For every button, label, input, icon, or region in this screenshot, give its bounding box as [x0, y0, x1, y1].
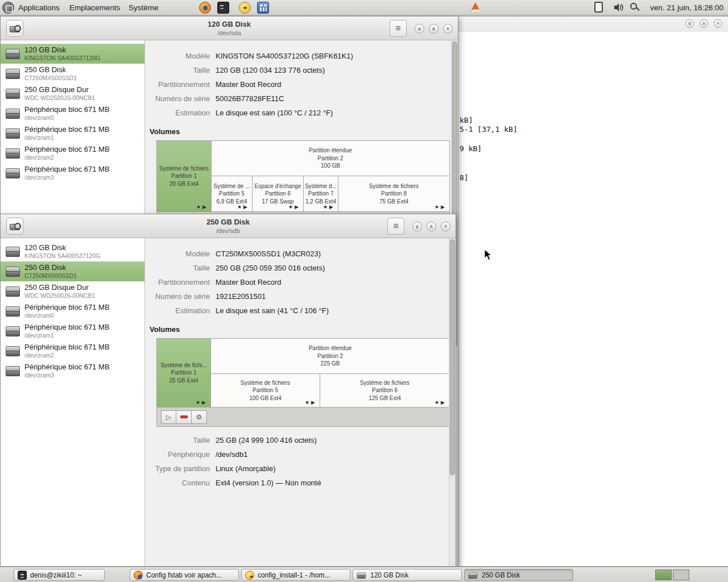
calculator-launcher-icon[interactable]: [257, 2, 269, 14]
titlebar[interactable]: 120 GB Disk /dev/sda ≡ ∨ ∧ ×: [1, 16, 458, 40]
volume-tray-icon[interactable]: [613, 2, 625, 14]
close-button[interactable]: ×: [443, 24, 453, 34]
info-label: Modèle: [145, 249, 210, 259]
partition-block-extended[interactable]: Partition étendue Partition 2 225 GB: [211, 339, 449, 374]
subtitle-text: /dev/sdb: [69, 227, 387, 234]
log-text-fragment: kB]: [460, 116, 473, 124]
info-value: Le disque est sain (41 °C / 106 °F): [216, 306, 329, 316]
workspace-2[interactable]: [673, 569, 689, 580]
taskbar-item-editor[interactable]: config_install-1 - /hom...: [241, 569, 350, 581]
play-icon: ▶: [295, 204, 300, 210]
volumes-map: Système de fichiers Partition 1 20 GB Ex…: [156, 140, 450, 212]
info-label: Estimation: [145, 108, 210, 118]
partition-block-5[interactable]: Système de fichiers Partition 5 100 GB E…: [211, 374, 320, 407]
info-value: KINGSTON SA400S37120G (SBFK61K1): [216, 51, 353, 61]
partition-fs: Système de fichiers: [338, 182, 449, 190]
firefox-launcher-icon[interactable]: [199, 2, 211, 14]
partition-block-6[interactable]: Espace d'échange Partition 6 17 GB Swap …: [253, 176, 304, 211]
taskbar-item-terminal[interactable]: denis@zikiii10: ~: [14, 569, 105, 581]
partition-block-5[interactable]: Système de ... Partition 5 6,9 GB Ext4 ★…: [212, 176, 253, 211]
window-title: 120 GB Disk /dev/sda: [69, 20, 390, 36]
notification-tray-icon[interactable]: [594, 2, 603, 13]
partition-block-1[interactable]: Système de fichiers Partition 1 20 GB Ex…: [157, 141, 212, 211]
info-value: Master Boot Record: [216, 80, 282, 90]
sidebar-item-zram3[interactable]: Périphérique bloc 671 MB /dev/zram3: [1, 361, 144, 381]
partition-name: Partition 2: [211, 352, 449, 360]
sidebar-item-disk-sdb[interactable]: 250 GB Disk CT250MX500SSD1: [1, 261, 144, 281]
maximize-button[interactable]: ∧: [700, 19, 708, 28]
vlc-tray-icon[interactable]: [471, 2, 480, 11]
menu-emplacements[interactable]: Emplacements: [64, 0, 125, 15]
search-tray-icon[interactable]: [630, 3, 637, 10]
mount-volume-button[interactable]: ▷: [161, 410, 176, 424]
info-label: Taille: [145, 65, 210, 76]
minimize-button[interactable]: ∨: [685, 19, 694, 28]
scrollbar[interactable]: [449, 238, 456, 566]
taskbar-item-disk-120[interactable]: 120 GB Disk: [353, 569, 462, 581]
partition-block-7[interactable]: Système d... Partition 7 1,2 GB Ext4 ★▶: [304, 176, 338, 211]
partition-name: Partition 8: [338, 190, 449, 198]
disk-image-button[interactable]: [6, 20, 23, 37]
partition-block-extended[interactable]: Partition étendue Partition 2 100 GB: [212, 141, 449, 176]
workspace-1[interactable]: [655, 569, 672, 580]
device-subtitle: /dev/zram0: [24, 114, 142, 121]
sidebar-item-disk-sdc[interactable]: 250 GB Disque Dur WDC WD2500JS-00NCB1: [1, 84, 144, 103]
menu-applications[interactable]: Applications: [13, 0, 65, 15]
partition-size: 25 GB Ext4: [157, 377, 210, 385]
disk-image-button[interactable]: [6, 218, 23, 235]
log-text-fragment: 5-1 [37,1 kB]: [460, 125, 518, 134]
titlebar[interactable]: 250 GB Disk /dev/sdb ≡ ∨ ∧ ×: [1, 214, 456, 238]
drive-icon: [5, 88, 20, 98]
partition-name: Partition 5: [212, 190, 252, 198]
drive-icon: [357, 572, 366, 578]
close-button[interactable]: ×: [714, 19, 722, 28]
partition-block-8[interactable]: Système de fichiers Partition 8 75 GB Ex…: [338, 176, 449, 211]
taskbar-item-firefox[interactable]: Config fstab voir apach...: [130, 569, 239, 581]
editor-launcher-icon[interactable]: [239, 2, 251, 14]
sidebar-item-zram0[interactable]: Périphérique bloc 671 MB /dev/zram0: [1, 103, 144, 123]
sidebar-item-zram1[interactable]: Périphérique bloc 671 MB /dev/zram1: [1, 321, 144, 341]
title-text: 250 GB Disk: [69, 218, 387, 226]
terminal-launcher-icon[interactable]: [217, 2, 229, 14]
detail-row: Type de partitionLinux (Amorçable): [145, 464, 449, 474]
app-menu-button[interactable]: ≡: [387, 218, 404, 235]
volume-toolbar: ▷ ⚙: [156, 408, 449, 427]
background-window[interactable]: ∨ ∧ × kB] 5-1 [37,1 kB] 9 kB] 8]: [457, 16, 728, 567]
partition-options-button[interactable]: ⚙: [192, 410, 207, 424]
mouse-cursor: [484, 249, 493, 263]
close-button[interactable]: ×: [441, 222, 450, 231]
clock-applet[interactable]: ven. 21 juin, 16:26:00: [650, 0, 723, 15]
partition-block-6[interactable]: Système de fichiers Partition 6 125 GB E…: [320, 374, 449, 407]
mint-menu-icon[interactable]: [2, 2, 14, 14]
partition-block-1-selected[interactable]: Système de fichi... Partition 1 25 GB Ex…: [157, 339, 211, 407]
device-title: Périphérique bloc 671 MB: [24, 165, 142, 173]
background-window-titlebar[interactable]: ∨ ∧ ×: [458, 16, 728, 32]
play-icon: ▶: [243, 204, 249, 210]
menu-systeme[interactable]: Système: [123, 0, 164, 15]
sidebar-item-zram3[interactable]: Périphérique bloc 671 MB /dev/zram3: [1, 163, 144, 183]
sidebar-item-zram0[interactable]: Périphérique bloc 671 MB /dev/zram0: [1, 301, 144, 321]
scrollbar-thumb[interactable]: [450, 239, 455, 475]
star-icon: ★: [435, 204, 441, 210]
app-menu-button[interactable]: ≡: [390, 20, 407, 37]
info-value: 50026B77828FE11C: [216, 94, 284, 104]
play-icon: ▶: [329, 204, 335, 210]
sidebar-item-zram2[interactable]: Périphérique bloc 671 MB /dev/zram2: [1, 143, 144, 163]
sidebar-item-zram2[interactable]: Périphérique bloc 671 MB /dev/zram2: [1, 341, 144, 361]
sidebar-item-disk-sdc[interactable]: 250 GB Disque Dur WDC WD2500JS-00NCB1: [1, 281, 144, 301]
delete-partition-button[interactable]: [176, 410, 192, 424]
sidebar-item-disk-sda[interactable]: 120 GB Disk KINGSTON SA400S37120G: [1, 242, 144, 261]
device-subtitle: KINGSTON SA400S37120G: [24, 252, 142, 259]
partition-size: 20 GB Ext4: [157, 180, 211, 188]
detail-value: Linux (Amorçable): [216, 464, 276, 474]
info-label: Partitionnement: [145, 80, 210, 90]
sidebar-item-disk-sda[interactable]: 120 GB Disk KINGSTON SA400S37120G: [1, 44, 144, 64]
taskbar-item-disk-250[interactable]: 250 GB Disk: [464, 569, 573, 581]
maximize-button[interactable]: ∧: [429, 24, 439, 34]
partition-flags: ★▶: [196, 400, 208, 405]
minimize-button[interactable]: ∨: [412, 222, 422, 231]
minimize-button[interactable]: ∨: [415, 24, 424, 34]
sidebar-item-zram1[interactable]: Périphérique bloc 671 MB /dev/zram1: [1, 123, 144, 143]
sidebar-item-disk-sdb[interactable]: 250 GB Disk CT250MX500SSD1: [1, 64, 144, 84]
maximize-button[interactable]: ∧: [427, 222, 436, 231]
